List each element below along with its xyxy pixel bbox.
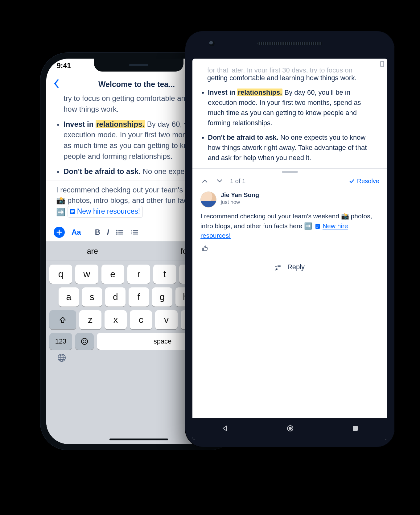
svg-rect-3 <box>71 212 73 213</box>
key-emoji[interactable] <box>75 333 94 350</box>
reply-icon <box>275 263 283 271</box>
bulleted-list-button[interactable] <box>116 229 124 235</box>
key-q[interactable]: q <box>49 265 72 284</box>
key-c[interactable]: c <box>130 310 152 329</box>
arrow-emoji: ➡️ <box>56 208 65 216</box>
back-button[interactable] <box>54 79 59 89</box>
key-r[interactable]: r <box>127 265 150 284</box>
reply-button[interactable]: Reply <box>192 256 387 278</box>
android-home-button[interactable] <box>286 424 294 434</box>
like-button[interactable] <box>200 244 379 256</box>
svg-rect-21 <box>381 61 384 67</box>
doc-cutoff-line: for that later. In your first 30 days, t… <box>207 67 352 73</box>
doc-bullet: Invest in relationships. By day 60, you'… <box>208 87 379 128</box>
battery-icon <box>380 60 384 67</box>
doc-cutoff-visible: getting comfortable and learning how thi… <box>200 73 379 83</box>
svg-point-28 <box>289 427 292 430</box>
android-recents-button[interactable] <box>352 425 359 433</box>
key-s[interactable]: s <box>82 287 102 307</box>
text-style-button[interactable]: Aa <box>72 228 81 237</box>
key-f[interactable]: f <box>129 287 149 307</box>
italic-button[interactable]: I <box>107 228 109 237</box>
avatar[interactable] <box>200 192 216 208</box>
stage: 9:41 Welcome to the tea... try to focus … <box>0 0 420 515</box>
camera-emoji: 📸 <box>341 212 349 220</box>
key-shift[interactable] <box>49 310 76 329</box>
key-e[interactable]: e <box>101 265 124 284</box>
suggestion[interactable]: are <box>46 242 139 261</box>
sheet-grab-handle[interactable] <box>282 171 298 173</box>
comment-count: 1 of 1 <box>230 178 245 185</box>
svg-point-18 <box>85 340 86 341</box>
document-icon <box>70 208 75 215</box>
svg-rect-11 <box>133 230 138 231</box>
comment-author: Jie Yan Song <box>221 192 259 199</box>
key-d[interactable]: d <box>105 287 126 307</box>
iphone-notch <box>94 59 183 72</box>
svg-rect-25 <box>316 226 319 226</box>
add-button[interactable] <box>54 227 65 238</box>
reply-label: Reply <box>287 263 305 271</box>
svg-point-8 <box>116 233 117 234</box>
comment-item: Jie Yan Song just now <box>200 186 379 209</box>
svg-point-16 <box>81 338 88 344</box>
key-a[interactable]: a <box>59 287 79 307</box>
next-comment-button[interactable] <box>215 176 224 186</box>
comment-body: I recommend checking out your team's wee… <box>200 209 379 244</box>
resolve-button[interactable]: Resolve <box>349 178 379 185</box>
bold-button[interactable]: B <box>95 228 100 237</box>
numbered-list-button[interactable]: 123 <box>131 229 139 235</box>
android-earpiece <box>257 42 322 45</box>
key-z[interactable]: z <box>79 310 101 329</box>
key-numbers[interactable]: 123 <box>49 333 72 350</box>
svg-rect-9 <box>118 233 123 234</box>
document-icon <box>315 224 320 229</box>
android-front-camera <box>209 41 215 46</box>
doc-link-chip[interactable]: New hire resources! <box>68 206 143 217</box>
android-nav-bar <box>192 418 387 440</box>
key-v[interactable]: v <box>155 310 177 329</box>
svg-rect-26 <box>316 227 318 228</box>
svg-point-17 <box>83 340 84 341</box>
android-screen: for that later. In your first 30 days, t… <box>192 59 387 440</box>
svg-rect-29 <box>353 426 358 431</box>
svg-rect-2 <box>71 211 74 212</box>
camera-emoji: 📸 <box>56 196 65 204</box>
key-t[interactable]: t <box>153 265 176 284</box>
svg-rect-7 <box>118 232 123 233</box>
svg-point-6 <box>116 231 117 233</box>
toolbar-divider <box>88 228 88 237</box>
key-g[interactable]: g <box>152 287 172 307</box>
svg-rect-22 <box>381 61 383 62</box>
check-icon <box>349 179 355 184</box>
arrow-emoji: ➡️ <box>304 222 312 229</box>
android-document-body[interactable]: for that later. In your first 30 days, t… <box>192 69 387 168</box>
prev-comment-button[interactable] <box>200 176 209 186</box>
svg-rect-13 <box>133 232 138 233</box>
ios-clock: 9:41 <box>57 62 71 70</box>
comment-sheet: 1 of 1 Resolve Jie Yan Song just now I <box>192 168 387 256</box>
key-w[interactable]: w <box>75 265 98 284</box>
svg-rect-15 <box>133 233 138 234</box>
comment-timestamp: just now <box>221 199 259 205</box>
key-x[interactable]: x <box>105 310 127 329</box>
android-back-button[interactable] <box>221 425 229 433</box>
doc-bullet: Don't be afraid to ask. No one expects y… <box>208 132 379 163</box>
svg-rect-24 <box>316 225 319 225</box>
svg-rect-1 <box>71 210 74 211</box>
ios-home-indicator[interactable] <box>109 439 168 440</box>
svg-rect-5 <box>118 230 123 231</box>
svg-point-4 <box>116 229 117 231</box>
doc-link-label: New hire resources! <box>77 206 140 216</box>
android-device: for that later. In your first 30 days, t… <box>185 31 395 447</box>
svg-text:3: 3 <box>131 233 132 235</box>
